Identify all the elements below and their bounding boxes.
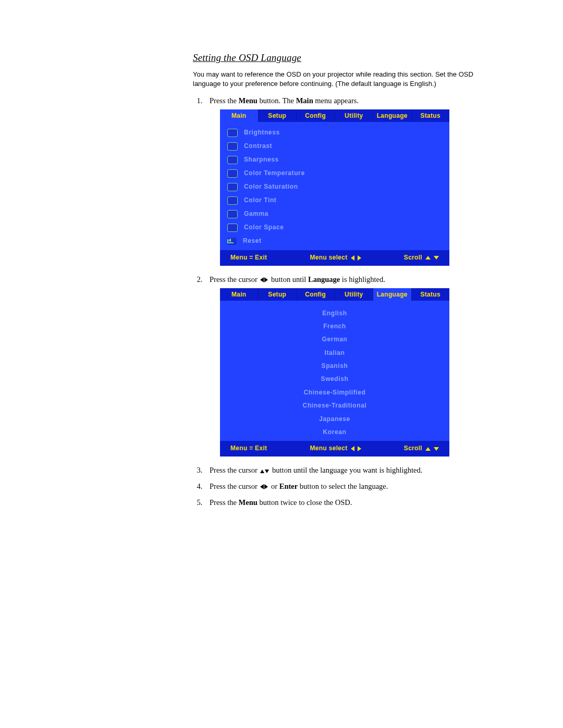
osd-footer-exit: Menu = Exit [230,253,267,262]
text-bold: Main [296,96,313,105]
osd-item-sharpness[interactable]: Sharpness [220,153,449,167]
color-tint-icon [227,196,238,205]
cursor-up-down-icon [260,470,269,473]
osd-tab-status[interactable]: Status [412,288,450,301]
osd-tab-setup[interactable]: Setup [259,109,297,122]
osd-tab-config[interactable]: Config [297,288,335,301]
osd-item-label: Color Tint [244,196,276,205]
osd-panel-language: Main Setup Config Utility Language Statu… [220,288,449,456]
osd-footer: Menu = Exit Menu select Scroll [220,250,449,265]
cursor-left-right-icon [260,484,268,489]
step-3: Press the cursor button until the langua… [204,465,474,476]
osd-item-label: Contrast [244,142,272,151]
step-4: Press the cursor or Enter button to sele… [204,481,474,492]
osd-item-color-space[interactable]: Color Space [220,221,449,235]
text: button to select the language. [298,482,388,490]
cursor-left-right-icon [260,277,268,282]
osd-item-label: Color Temperature [244,169,305,178]
triangle-up-icon [425,256,431,260]
text-bold: Language [308,275,340,283]
step-1: Press the Menu button. The Main menu app… [204,95,474,265]
text: Press the [210,96,239,105]
osd-tab-language[interactable]: Language [373,109,412,122]
text: Press the cursor [210,466,259,474]
triangle-down-icon [434,256,439,260]
triangle-down-icon [434,447,439,451]
osd-item-label: Gamma [244,209,268,218]
text: button until [269,275,308,283]
text-bold: Menu [239,96,258,105]
text: Press the cursor [210,482,259,490]
osd-tab-setup[interactable]: Setup [259,288,297,301]
osd-language-swedish[interactable]: Swedish [321,374,349,385]
osd-tab-config[interactable]: Config [297,109,335,122]
triangle-right-icon [358,255,361,261]
osd-language-french[interactable]: French [323,321,346,332]
osd-item-label: Reset [243,237,262,245]
osd-footer-scroll: Scroll [404,444,439,453]
osd-language-list: English French German Italian Spanish Sw… [220,305,449,439]
osd-footer-exit: Menu = Exit [230,444,267,453]
osd-item-color-saturation[interactable]: Color Saturation [220,180,449,194]
osd-footer: Menu = Exit Menu select Scroll [220,441,449,456]
osd-body: English French German Italian Spanish Sw… [220,301,449,441]
osd-tab-utility[interactable]: Utility [335,288,374,301]
color-space-icon [227,224,238,232]
text: menu appears. [313,96,359,105]
osd-language-korean[interactable]: Korean [323,427,347,438]
triangle-right-icon [358,446,361,451]
text: Press the [210,498,239,507]
osd-footer-select-label: Menu select [310,444,348,453]
osd-item-label: Brightness [244,128,280,137]
osd-item-brightness[interactable]: Brightness [220,126,449,140]
osd-language-japanese[interactable]: Japanese [319,414,350,425]
section-heading: Setting the OSD Language [193,52,474,64]
gamma-icon [227,210,238,218]
triangle-left-icon [351,446,354,451]
intro-text: You may want to reference the OSD on you… [193,70,474,88]
osd-item-contrast[interactable]: Contrast [220,140,449,153]
osd-language-chinese-traditional[interactable]: Chinese-Traditional [303,400,367,411]
text-bold: Menu [239,498,258,507]
osd-footer-select-label: Menu select [310,253,348,262]
osd-item-reset[interactable]: Reset [220,235,449,248]
text: button. The [258,96,296,105]
triangle-up-icon [425,447,431,451]
osd-tab-language[interactable]: Language [373,288,412,301]
osd-item-label: Color Space [244,223,284,232]
brightness-icon [227,129,238,137]
osd-language-italian[interactable]: Italian [325,348,345,359]
osd-footer-scroll: Scroll [404,253,439,262]
osd-item-gamma[interactable]: Gamma [220,207,449,221]
text-bold: Enter [279,482,298,490]
text: is highlighted. [340,275,385,283]
sharpness-icon [227,156,238,164]
osd-tab-status[interactable]: Status [412,109,450,122]
step-2: Press the cursor button until Language i… [204,274,474,456]
osd-language-english[interactable]: English [322,308,347,319]
osd-footer-select: Menu select [310,444,361,453]
osd-language-chinese-simplified[interactable]: Chinese-Simplified [304,387,366,398]
osd-panel-main: Main Setup Config Utility Language Statu… [220,109,449,265]
color-sat-icon [227,183,238,191]
osd-tabs: Main Setup Config Utility Language Statu… [220,288,449,301]
osd-item-label: Color Saturation [244,182,298,191]
osd-footer-scroll-label: Scroll [404,253,422,262]
color-temp-icon [227,169,238,178]
osd-tab-main[interactable]: Main [220,109,259,122]
text: or [269,482,279,490]
step-list: Press the Menu button. The Main menu app… [193,95,474,508]
reset-icon [227,238,237,245]
osd-item-color-tint[interactable]: Color Tint [220,194,449,207]
osd-footer-scroll-label: Scroll [404,444,422,453]
osd-language-spanish[interactable]: Spanish [322,361,348,372]
osd-item-label: Sharpness [244,155,279,164]
osd-language-german[interactable]: German [322,334,348,345]
osd-item-color-temperature[interactable]: Color Temperature [220,167,449,180]
step-5: Press the Menu button twice to close the… [204,497,474,508]
text: button twice to close the OSD. [258,498,352,507]
text: button until the language you want is hi… [270,466,422,474]
osd-tab-main[interactable]: Main [220,288,259,301]
osd-tab-utility[interactable]: Utility [335,109,374,122]
osd-footer-select: Menu select [310,253,361,262]
